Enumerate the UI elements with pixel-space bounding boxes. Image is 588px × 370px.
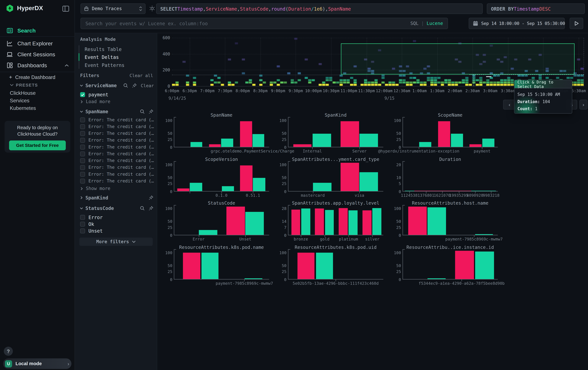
checkbox-checked-icon[interactable] — [80, 92, 85, 97]
sidebar-item-dashboards[interactable]: Dashboards — [0, 60, 75, 71]
filter-option-row[interactable]: Error: The credit card (… — [80, 151, 154, 156]
checkbox-icon[interactable] — [80, 144, 85, 150]
help-button[interactable]: ? — [4, 347, 13, 356]
filter-option-row[interactable]: Error: The credit card (… — [80, 124, 154, 129]
create-dashboard-button[interactable]: + Create Dashboard — [0, 73, 75, 81]
delta-chart-statuscode: StatusCode10050250ErrorUnset — [163, 200, 273, 243]
checkbox-icon[interactable] — [80, 165, 85, 170]
chevron-right-icon: › — [67, 361, 69, 366]
checkbox-icon[interactable] — [80, 229, 85, 233]
mode-toggle-sql[interactable]: SQL — [410, 21, 419, 26]
sidebar-item-client-sessions[interactable]: Client Sessions — [0, 49, 75, 60]
filter-option-unset[interactable]: Unset — [80, 228, 103, 234]
clear-all-button[interactable]: Clear all — [129, 73, 153, 78]
y-tick-label: 100 — [392, 206, 401, 211]
load-more-button[interactable]: Load more — [80, 99, 110, 104]
pin-icon[interactable] — [149, 109, 154, 114]
section-spanname[interactable]: SpanName — [79, 109, 154, 114]
filter-option-row[interactable]: Error: The credit card (… — [80, 138, 154, 143]
sidebar-item-chart-explorer[interactable]: Chart Explorer — [0, 38, 75, 49]
sql-select-input[interactable]: SELECT Timestamp, ServiceName, StatusCod… — [156, 3, 483, 14]
source-select[interactable]: Demo Traces — [81, 3, 146, 14]
sidebar-item-services[interactable]: Services — [0, 97, 75, 104]
checkbox-icon[interactable] — [80, 131, 85, 136]
checkbox-icon[interactable] — [80, 124, 85, 129]
y-tick-label: 50 — [392, 263, 401, 268]
heatmap-x-tick: 1:00am — [412, 88, 427, 93]
presets-toggle[interactable]: PRESETS — [0, 81, 75, 89]
local-mode-button[interactable]: U Local mode › — [3, 359, 72, 369]
get-started-button[interactable]: Get Started for Free — [9, 140, 66, 150]
section-statuscode[interactable]: StatusCode — [79, 205, 154, 211]
filter-option-error[interactable]: Error — [80, 214, 103, 220]
checkbox-icon[interactable] — [80, 222, 85, 227]
checkbox-icon[interactable] — [80, 138, 85, 143]
search-icon[interactable] — [140, 206, 145, 211]
filter-option-row[interactable]: Error: The credit card (… — [80, 144, 154, 150]
duration-heatmap[interactable] — [172, 38, 584, 86]
mode-toggle-lucene[interactable]: Lucene — [427, 21, 443, 26]
main-content: 6004002000 6:00pm6:30pm7:00pm7:30pm8:00p… — [157, 33, 588, 370]
pin-icon[interactable] — [132, 83, 137, 88]
checkbox-icon[interactable] — [80, 151, 85, 156]
order-by-input[interactable]: ORDER BY Timestamp DESC — [487, 3, 585, 14]
more-filters-button[interactable]: More filters — [79, 238, 153, 246]
filter-option-row[interactable]: Error: The credit card (… — [80, 158, 154, 163]
sidebar-item-search[interactable]: Search — [0, 25, 75, 36]
show-more-button[interactable]: Show more — [80, 186, 110, 191]
run-query-button[interactable] — [570, 18, 583, 29]
search-input[interactable]: Search your events w/ Lucene ex. column:… — [81, 18, 448, 29]
x-tick-label: f5344ec9-a1ea-4290-a62a-78f5bee8d90b — [419, 281, 504, 286]
heatmap-x-tick: 3:00am — [483, 88, 497, 93]
mode-event-deltas[interactable]: Event Deltas — [85, 53, 119, 61]
gear-icon[interactable] — [149, 5, 156, 12]
y-tick-label: 25 — [163, 181, 172, 186]
filter-option-payment[interactable]: payment — [80, 92, 108, 97]
search-nav-icon — [6, 27, 13, 34]
bar — [226, 207, 245, 235]
brand-name: HyperDX — [17, 5, 43, 12]
brand[interactable]: HyperDX — [6, 4, 43, 12]
select-arrows-icon — [139, 6, 142, 11]
filter-option-label: Error: The credit card (… — [88, 138, 154, 143]
checkbox-icon[interactable] — [80, 172, 85, 177]
x-tick-label: platinum — [339, 237, 358, 241]
pin-icon[interactable] — [149, 206, 154, 211]
bar — [428, 278, 446, 279]
sidebar-item-clickhouse[interactable]: ClickHouse — [0, 89, 75, 97]
checkbox-icon[interactable] — [80, 178, 85, 183]
filter-option-row[interactable]: Error: The credit card (… — [80, 178, 154, 184]
bar — [349, 210, 357, 235]
filter-option-row[interactable]: Error: The credit card (… — [80, 117, 154, 122]
axis-hook — [402, 161, 405, 163]
filter-option-row[interactable]: Error: The credit card (… — [80, 171, 154, 177]
section-servicename[interactable]: ServiceName Clear — [79, 83, 154, 88]
query-token: , — [203, 6, 206, 11]
search-icon[interactable] — [140, 109, 145, 114]
tooltip-time: Sep 15 5:10:00 AM — [517, 91, 569, 98]
filter-option-ok[interactable]: Ok — [80, 221, 94, 227]
filter-option-row[interactable]: Error: The credit card (… — [80, 131, 154, 136]
x-tick-label: visa — [355, 193, 364, 198]
chart-plot — [288, 251, 383, 280]
pin-icon[interactable] — [149, 195, 154, 200]
drag-selection-box[interactable] — [341, 43, 575, 74]
pagination-next-button[interactable]: › — [579, 100, 587, 110]
time-range-picker[interactable]: Sep 14 18:00:00 - Sep 15 05:30:00 — [469, 18, 565, 29]
search-icon[interactable] — [123, 83, 129, 88]
clear-section-button[interactable]: Clear — [141, 83, 154, 88]
mode-results-table[interactable]: Results Table — [85, 45, 122, 53]
sidebar-item-kubernetes[interactable]: Kubernetes — [0, 104, 75, 112]
section-spankind[interactable]: SpanKind — [79, 195, 154, 200]
heatmap-y-tick: 0 — [158, 84, 170, 89]
bar — [419, 142, 431, 147]
checkbox-icon[interactable] — [80, 117, 85, 122]
chevron-down-icon — [79, 83, 84, 88]
checkbox-icon[interactable] — [80, 158, 85, 163]
checkbox-icon[interactable] — [80, 215, 85, 220]
bar — [244, 278, 262, 279]
mode-event-patterns[interactable]: Event Patterns — [85, 61, 125, 69]
filter-option-row[interactable]: Error: The credit card (… — [80, 165, 154, 170]
y-tick-label: 0 — [277, 189, 286, 194]
sidebar-collapse-icon[interactable] — [62, 6, 69, 12]
